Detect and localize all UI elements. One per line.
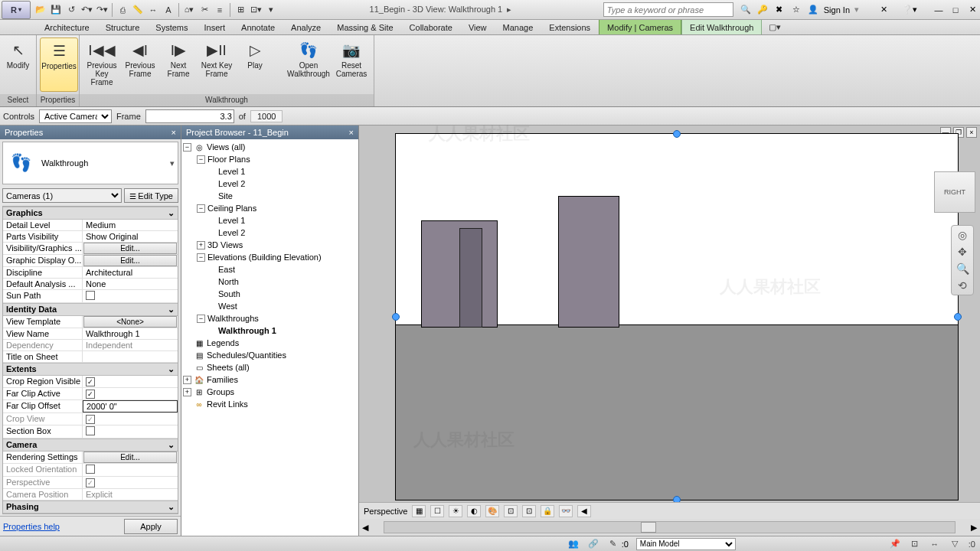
filter-icon[interactable]: ▽ (949, 538, 961, 550)
edit-type-button[interactable]: ☰ Edit Type (124, 188, 178, 203)
controls-mode-select[interactable]: Active Camera (39, 109, 112, 123)
tab-analyze[interactable]: Analyze (283, 20, 329, 34)
measure-icon[interactable]: 📏 (131, 3, 145, 17)
section-camera[interactable]: Camera⌄ (3, 439, 178, 452)
view-close-icon[interactable]: × (966, 127, 977, 138)
switch-win-icon[interactable]: ⊡▾ (249, 3, 263, 17)
pan-icon[interactable]: ✥ (958, 246, 967, 258)
navigation-bar[interactable]: ◎ ✥ 🔍 ⟲ (951, 225, 974, 295)
open-icon[interactable]: 📂 (34, 3, 47, 17)
section-extents[interactable]: Extents⌄ (3, 363, 178, 376)
view-cube[interactable]: RIGHT (934, 171, 975, 213)
tab-edit-walkthrough[interactable]: Edit Walkthrough (681, 20, 762, 34)
close-icon[interactable]: × (172, 128, 176, 137)
crop-region[interactable] (395, 133, 959, 500)
play-button[interactable]: ▷ Play (236, 37, 274, 92)
close-hidden-icon[interactable]: ⊞ (234, 3, 247, 17)
lock-icon[interactable]: 🔒 (541, 505, 554, 517)
crop-visible-checkbox[interactable]: ✓ (86, 377, 95, 386)
favorite-icon[interactable]: ☆ (790, 4, 802, 16)
scale-label[interactable]: Perspective (364, 507, 407, 516)
app-menu-button[interactable]: R (2, 1, 31, 19)
browser-title-bar[interactable]: Project Browser - 11_Begin× (181, 126, 358, 139)
tab-structure[interactable]: Structure (98, 20, 149, 34)
close-icon[interactable]: ✕ (966, 4, 978, 16)
user-icon[interactable]: 👤 (807, 4, 819, 16)
search-icon[interactable]: 🔍 (740, 4, 752, 16)
visual-style-icon[interactable]: ☐ (430, 505, 444, 517)
vis-edit-button[interactable]: Edit... (83, 243, 177, 254)
select-pinned-icon[interactable]: 📌 (889, 538, 901, 550)
dim-icon[interactable]: ↔ (146, 3, 160, 17)
workset-selector[interactable]: Main Model (636, 538, 736, 550)
shadows-icon[interactable]: ◐ (467, 505, 481, 517)
section-identity[interactable]: Identity Data⌄ (3, 303, 178, 316)
temp-hide-icon[interactable]: 👓 (559, 505, 573, 517)
open-walkthrough-button[interactable]: 👣 Open Walkthrough (285, 37, 332, 92)
frame-value-input[interactable] (145, 109, 234, 123)
crop-visible-icon[interactable]: ⊡ (522, 505, 536, 517)
detail-level-icon[interactable]: ▦ (412, 505, 426, 517)
orbit-icon[interactable]: ⟲ (958, 279, 967, 292)
tab-systems[interactable]: Systems (148, 20, 196, 34)
tab-view[interactable]: View (461, 20, 495, 34)
tab-massing[interactable]: Massing & Site (329, 20, 401, 34)
minimize-icon[interactable]: — (933, 4, 945, 16)
modify-button[interactable]: ↖ Modify (3, 37, 33, 92)
section-graphics[interactable]: Graphics⌄ (3, 207, 178, 220)
more-icon[interactable]: ▾ (264, 3, 278, 17)
properties-help-link[interactable]: Properties help (3, 522, 60, 531)
print-icon[interactable]: ⎙ (116, 3, 129, 17)
drag-icon[interactable]: ↔ (929, 538, 941, 550)
tree-walkthrough-1[interactable]: Walkthrough 1 (183, 325, 357, 337)
zoom-icon[interactable]: 🔍 (956, 262, 969, 275)
type-selector[interactable]: 👣 Walkthrough ▾ (2, 142, 178, 184)
sign-in-link[interactable]: Sign In (824, 5, 850, 15)
help-icon[interactable]: ❔▾ (903, 4, 916, 16)
reveal-icon[interactable]: ◀ (577, 505, 591, 517)
apply-button[interactable]: Apply (124, 519, 178, 534)
crop-icon[interactable]: ⊡ (504, 505, 518, 517)
view-canvas[interactable]: — ❐ × RIGHT ◎ ✥ 🔍 ⟲ Perspective ▦ ☐ ☀ ◐ (359, 126, 980, 536)
maximize-icon[interactable]: □ (949, 4, 962, 16)
tab-annotate[interactable]: Annotate (234, 20, 283, 34)
tab-extensions[interactable]: Extensions (541, 20, 599, 34)
sun-path-icon[interactable]: ☀ (449, 505, 462, 517)
text-icon[interactable]: A (162, 3, 175, 17)
section-icon[interactable]: ✂ (198, 3, 211, 17)
crop-handle-left[interactable] (392, 313, 400, 321)
render-edit-button[interactable]: Edit... (83, 452, 177, 463)
select-links-icon[interactable]: 🔗 (587, 538, 599, 550)
steering-wheel-icon[interactable]: ◎ (958, 229, 967, 241)
undo-icon[interactable]: ↶▾ (80, 3, 93, 17)
tab-insert[interactable]: Insert (197, 20, 234, 34)
key-icon[interactable]: 🔑 (756, 4, 769, 16)
properties-grid[interactable]: Graphics⌄ Detail LevelMedium Parts Visib… (2, 206, 178, 514)
redo-icon[interactable]: ↷▾ (95, 3, 109, 17)
section-phasing[interactable]: Phasing⌄ (3, 500, 178, 514)
properties-button[interactable]: ☰ Properties (40, 37, 78, 92)
sync-icon[interactable]: ↺ (64, 3, 78, 17)
project-tree[interactable]: −◎Views (all) −Floor Plans Level 1 Level… (181, 139, 358, 536)
tab-manage[interactable]: Manage (495, 20, 542, 34)
exchange-apps-icon[interactable]: ✕ (877, 4, 890, 16)
sunpath-checkbox[interactable] (86, 291, 95, 300)
properties-title-bar[interactable]: Properties× (0, 126, 181, 139)
previous-frame-button[interactable]: ◀I Previous Frame (121, 37, 159, 92)
instance-filter-select[interactable]: Cameras (1) (2, 188, 122, 203)
previous-keyframe-button[interactable]: I◀◀ Previous Key Frame (83, 37, 121, 92)
worksets-icon[interactable]: 👥 (567, 538, 580, 550)
gdo-edit-button[interactable]: Edit... (83, 255, 177, 266)
next-frame-button[interactable]: I▶ Next Frame (159, 37, 198, 92)
chevron-down-icon[interactable]: ▾ (170, 158, 175, 168)
reset-cameras-button[interactable]: 📷 Reset Cameras (332, 37, 371, 92)
help-search-input[interactable] (603, 2, 733, 17)
render-icon[interactable]: 🎨 (485, 505, 499, 517)
tab-collaborate[interactable]: Collaborate (402, 20, 461, 34)
tab-architecture[interactable]: Architecture (37, 20, 98, 34)
3d-icon[interactable]: ⌂▾ (182, 3, 196, 17)
template-button[interactable]: <None> (83, 316, 177, 328)
horizontal-scrollbar[interactable]: ◀ ▶ (359, 519, 980, 536)
crop-handle-right[interactable] (954, 313, 962, 321)
editable-icon[interactable]: ✎ (607, 538, 619, 550)
